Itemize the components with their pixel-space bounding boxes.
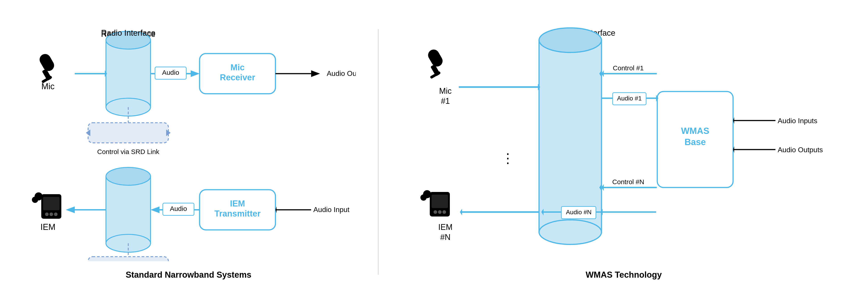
- mic-icon-nb: [38, 52, 56, 83]
- wmas-title: WMAS Technology: [586, 270, 662, 280]
- mic-receiver-label: Mic: [230, 63, 245, 72]
- svg-point-75: [442, 210, 446, 214]
- iemN-label2: #N: [440, 232, 451, 242]
- svg-rect-48: [426, 47, 444, 68]
- audio-inputs-label: Audio Inputs: [778, 117, 817, 125]
- iemN-label1: IEM: [438, 223, 453, 232]
- svg-rect-0: [106, 40, 151, 107]
- svg-point-46: [539, 220, 601, 244]
- wmas-base-label1: WMAS: [681, 126, 709, 136]
- svg-rect-20: [106, 176, 151, 243]
- mic1-label2: #1: [441, 96, 450, 106]
- audio-top-label: Audio: [162, 69, 179, 76]
- svg-point-74: [438, 210, 442, 214]
- narrowband-diagram: Radio Interface Audio Mic Receiver Audio…: [21, 25, 356, 261]
- controlN-label: Control #N: [612, 178, 644, 186]
- svg-point-33: [32, 197, 38, 203]
- narrowband-section: Radio Interface Audio Mic Receiver Audio…: [21, 25, 356, 280]
- audio-outputs-label: Audio Outputs: [778, 146, 823, 154]
- svg-point-35: [45, 213, 49, 216]
- iem-transmitter-label2: Transmitter: [215, 209, 261, 218]
- audio1-label: Audio #1: [617, 95, 642, 102]
- radio-interface-label-nb2: Radio Interface: [101, 28, 155, 37]
- iem-label: IEM: [40, 222, 56, 232]
- wmas-section: Radio Interface WMAS Base Mic #1: [401, 25, 847, 280]
- audio-bottom-label: Audio: [170, 205, 187, 212]
- wmas-base-label2: Base: [684, 137, 706, 147]
- svg-point-21: [106, 167, 151, 185]
- mic-label: Mic: [41, 82, 55, 91]
- iem-transmitter-label: IEM: [230, 199, 245, 208]
- svg-rect-34: [43, 197, 60, 210]
- iem-icon-nb: [32, 192, 61, 219]
- svg-rect-39: [88, 257, 168, 261]
- audio-input-label: Audio Input: [313, 205, 349, 214]
- svg-marker-77: [460, 209, 462, 215]
- svg-point-36: [50, 213, 53, 216]
- mic1-label1: Mic: [439, 86, 452, 95]
- svg-point-71: [421, 194, 427, 201]
- narrowband-title: Standard Narrowband Systems: [126, 270, 251, 280]
- wmas-diagram: Radio Interface WMAS Base Mic #1: [401, 25, 847, 261]
- mic-receiver-label2: Receiver: [220, 73, 255, 82]
- svg-point-73: [434, 210, 437, 214]
- svg-point-37: [54, 213, 58, 216]
- audioN-label: Audio #N: [566, 209, 591, 216]
- control1-label: Control #1: [613, 64, 643, 72]
- svg-rect-44: [539, 40, 601, 232]
- iem-icon-wmas: [421, 190, 450, 217]
- svg-marker-30: [66, 206, 75, 213]
- control-srd-top-label: Control via SRD Link: [97, 148, 159, 155]
- svg-marker-24: [151, 206, 159, 213]
- svg-rect-11: [38, 52, 56, 73]
- svg-point-45: [539, 28, 601, 52]
- svg-rect-72: [432, 195, 448, 208]
- mic-icon-wmas: [426, 47, 444, 79]
- section-divider: [378, 29, 379, 275]
- svg-rect-15: [88, 123, 168, 143]
- svg-marker-4: [191, 70, 199, 77]
- audio-output-label: Audio Output: [327, 70, 356, 78]
- svg-marker-8: [311, 70, 320, 77]
- dots-label: ⋮: [501, 151, 515, 166]
- main-container: Radio Interface Audio Mic Receiver Audio…: [10, 7, 858, 297]
